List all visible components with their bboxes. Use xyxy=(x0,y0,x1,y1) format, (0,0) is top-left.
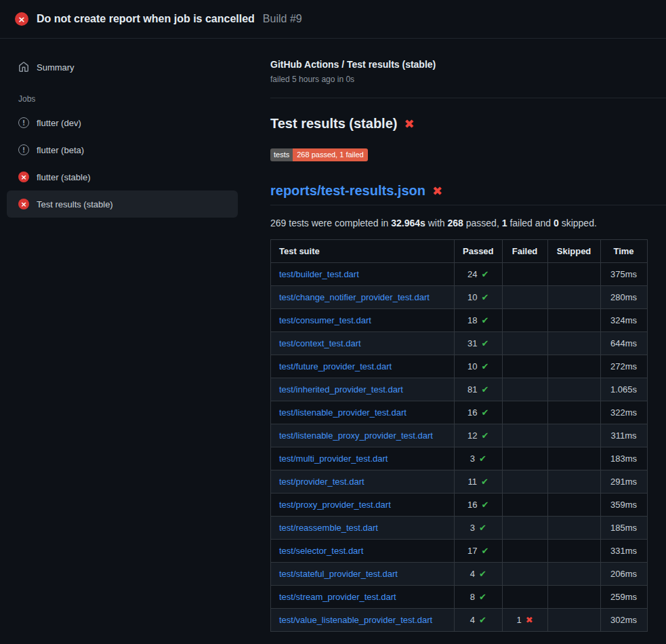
failed-cell xyxy=(502,378,547,401)
skipped-cell xyxy=(547,286,600,309)
count-value: 1 xyxy=(516,615,521,625)
sidebar-item-job[interactable]: ! flutter (dev) xyxy=(7,109,238,136)
test-suite-link[interactable]: test/inherited_provider_test.dart xyxy=(279,384,403,395)
passed-cell: 3✔ xyxy=(455,517,503,540)
failed-cell xyxy=(502,286,547,309)
test-suite-link[interactable]: test/builder_test.dart xyxy=(279,269,359,279)
summary-text: skipped. xyxy=(559,218,597,228)
skipped-cell xyxy=(547,609,600,632)
x-circle-icon: × xyxy=(15,12,28,26)
test-suite-link[interactable]: test/proxy_provider_test.dart xyxy=(279,500,391,510)
check-title: Test results (stable) ✖ xyxy=(270,116,666,132)
check-icon: ✔ xyxy=(482,292,489,302)
test-suite-link[interactable]: test/change_notifier_provider_test.dart xyxy=(279,292,430,302)
summary-text: passed, xyxy=(463,218,502,228)
count-value: 4 xyxy=(470,615,475,625)
failed-cell xyxy=(502,494,547,517)
test-suite-link[interactable]: test/consumer_test.dart xyxy=(279,315,371,325)
skipped-cell xyxy=(547,563,600,586)
passed-cell: 18✔ xyxy=(455,309,503,332)
table-header-row: Test suite Passed Failed Skipped Time xyxy=(271,240,648,263)
count-value: 3 xyxy=(470,523,475,533)
alert-circle-icon: ! xyxy=(18,117,29,128)
summary-text: failed and xyxy=(507,218,554,228)
sidebar-item-job[interactable]: × Test results (stable) xyxy=(7,190,238,218)
time-cell: 183ms xyxy=(600,447,647,470)
passed-cell: 16✔ xyxy=(455,401,503,424)
table-row: test/context_test.dart 31✔ 644ms xyxy=(271,332,648,355)
summary-failed-count: 1 xyxy=(502,218,507,228)
jobs-heading: Jobs xyxy=(7,81,238,109)
test-suite-link[interactable]: test/context_test.dart xyxy=(279,338,361,348)
sidebar-item-job[interactable]: × flutter (stable) xyxy=(7,163,238,190)
job-label: flutter (stable) xyxy=(37,172,90,182)
x-icon: ✖ xyxy=(526,615,533,625)
passed-cell: 16✔ xyxy=(455,494,503,517)
skipped-cell xyxy=(547,447,600,470)
tests-badge: tests 268 passed, 1 failed xyxy=(270,148,368,161)
summary-skipped-count: 0 xyxy=(554,218,559,228)
tests-badge-label: tests xyxy=(270,148,293,161)
check-icon: ✔ xyxy=(482,361,489,371)
passed-cell: 3✔ xyxy=(455,447,503,470)
check-icon: ✔ xyxy=(479,615,486,625)
skipped-cell xyxy=(547,517,600,540)
test-suite-link[interactable]: test/selector_test.dart xyxy=(279,546,363,556)
failed-cell xyxy=(502,447,547,470)
check-icon: ✔ xyxy=(482,407,489,418)
test-suite-link[interactable]: test/listenable_proxy_provider_test.dart xyxy=(279,430,433,441)
passed-cell: 8✔ xyxy=(455,586,503,609)
failed-cell xyxy=(502,586,547,609)
passed-cell: 4✔ xyxy=(455,563,503,586)
check-run-header: × Do not create report when job is cance… xyxy=(0,0,666,39)
failed-x-icon: ✖ xyxy=(404,118,414,130)
check-icon: ✔ xyxy=(479,592,486,602)
table-row: test/future_provider_test.dart 10✔ 272ms xyxy=(271,355,648,378)
main-content: GitHub Actions / Test results (stable) f… xyxy=(259,39,666,632)
time-cell: 331ms xyxy=(600,540,647,563)
test-suite-link[interactable]: test/provider_test.dart xyxy=(279,477,365,487)
table-row: test/change_notifier_provider_test.dart … xyxy=(271,286,648,309)
sidebar-item-summary[interactable]: Summary xyxy=(7,54,238,81)
section-divider xyxy=(270,98,666,98)
breadcrumb: GitHub Actions / Test results (stable) xyxy=(270,59,666,70)
table-row: test/value_listenable_provider_test.dart… xyxy=(271,609,648,632)
passed-cell: 24✔ xyxy=(455,263,503,286)
col-header-test-suite: Test suite xyxy=(271,240,455,263)
count-value: 10 xyxy=(467,292,477,302)
alert-circle-icon: ! xyxy=(18,144,29,155)
count-value: 24 xyxy=(467,269,477,279)
count-value: 4 xyxy=(470,569,475,579)
count-value: 16 xyxy=(467,407,477,418)
table-row: test/provider_test.dart 11✔ 291ms xyxy=(271,470,648,494)
sidebar-item-job[interactable]: ! flutter (beta) xyxy=(7,136,238,163)
time-cell: 280ms xyxy=(600,286,647,309)
skipped-cell xyxy=(547,309,600,332)
check-icon: ✔ xyxy=(482,315,489,325)
report-file-link[interactable]: reports/test-results.json xyxy=(270,183,425,199)
test-suite-link[interactable]: test/value_listenable_provider_test.dart xyxy=(279,615,432,625)
count-value: 12 xyxy=(467,430,477,441)
test-suite-link[interactable]: test/future_provider_test.dart xyxy=(279,361,392,371)
test-suite-link[interactable]: test/multi_provider_test.dart xyxy=(279,454,388,464)
table-row: test/selector_test.dart 17✔ 331ms xyxy=(271,540,648,563)
sidebar: Summary Jobs ! flutter (dev) ! flutter (… xyxy=(0,39,259,218)
test-suite-link[interactable]: test/stream_provider_test.dart xyxy=(279,592,396,602)
passed-cell: 17✔ xyxy=(455,540,503,563)
passed-cell: 31✔ xyxy=(455,332,503,355)
skipped-cell xyxy=(547,540,600,563)
test-suite-link[interactable]: test/listenable_provider_test.dart xyxy=(279,407,407,418)
failed-cell xyxy=(502,309,547,332)
skipped-cell xyxy=(547,378,600,401)
check-run-title: Do not create report when job is cancell… xyxy=(37,13,255,25)
test-suite-link[interactable]: test/stateful_provider_test.dart xyxy=(279,569,398,579)
failed-cell xyxy=(502,470,547,494)
table-row: test/builder_test.dart 24✔ 375ms xyxy=(271,263,648,286)
check-icon: ✔ xyxy=(479,454,486,464)
table-row: test/stream_provider_test.dart 8✔ 259ms xyxy=(271,586,648,609)
test-suite-link[interactable]: test/reassemble_test.dart xyxy=(279,523,378,533)
failed-cell xyxy=(502,540,547,563)
passed-cell: 10✔ xyxy=(455,355,503,378)
time-cell: 375ms xyxy=(600,263,647,286)
check-icon: ✔ xyxy=(482,500,489,510)
